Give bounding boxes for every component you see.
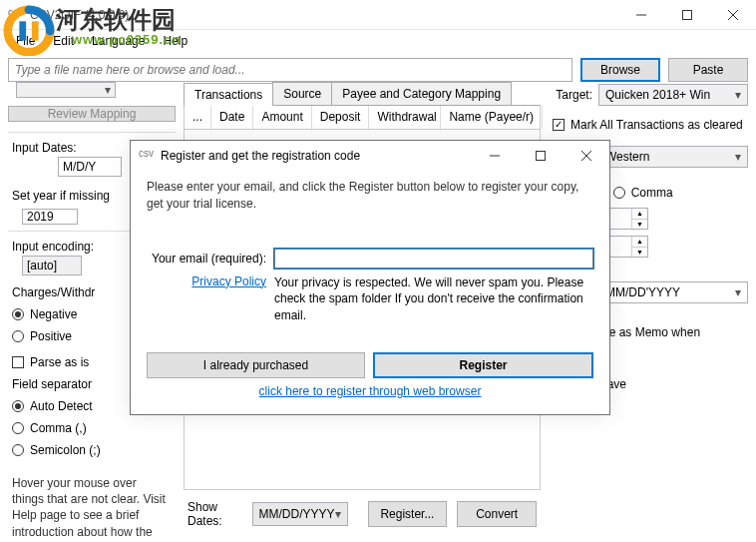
- menu-edit[interactable]: Edit: [45, 32, 82, 50]
- tab-source[interactable]: Source: [272, 82, 332, 105]
- bottom-controls: Show Dates: MM/DD/YYYY Register... Conve…: [184, 490, 541, 542]
- radio-icon: [12, 400, 24, 412]
- radio-comma-dec[interactable]: Comma: [609, 184, 677, 202]
- paste-button[interactable]: Paste: [668, 58, 748, 82]
- dialog-maximize-button[interactable]: [518, 141, 564, 171]
- mark-all-checkbox[interactable]: ✓Mark All Transactions as cleared: [549, 116, 748, 134]
- register-dialog: csv Register and get the registration co…: [130, 140, 610, 415]
- menu-help[interactable]: Help: [155, 32, 195, 50]
- tab-mapping[interactable]: Payee and Category Mapping: [331, 82, 512, 105]
- set-year-field[interactable]: 2019: [22, 209, 78, 225]
- radio-icon: [12, 422, 24, 434]
- dialog-icon: csv: [139, 148, 155, 164]
- register-button[interactable]: Register...: [368, 501, 448, 527]
- privacy-link[interactable]: Privacy Policy: [191, 274, 266, 288]
- target-select[interactable]: Quicken 2018+ Win: [598, 84, 748, 106]
- radio-icon: [613, 187, 625, 199]
- col-date[interactable]: Date: [211, 106, 253, 129]
- col-menu[interactable]: ...: [185, 106, 211, 129]
- svg-rect-5: [537, 152, 546, 161]
- dates-select[interactable]: MM/DD'YYYY: [598, 281, 748, 303]
- close-button[interactable]: [710, 0, 756, 30]
- maximize-button[interactable]: [664, 0, 710, 30]
- minimize-button[interactable]: [618, 0, 664, 30]
- filename-input[interactable]: [8, 58, 572, 82]
- col-amount[interactable]: Amount: [253, 106, 311, 129]
- tab-transactions[interactable]: Transactions: [184, 83, 273, 106]
- col-withdrawal[interactable]: Withdrawal: [369, 106, 441, 129]
- input-dates-field[interactable]: M/D/Y: [58, 157, 122, 177]
- checkbox-icon: ✓: [553, 119, 565, 131]
- radio-comma[interactable]: Comma (,): [8, 419, 176, 437]
- email-label: Your email (required):: [147, 249, 266, 269]
- tab-bar: Transactions Source Payee and Category M…: [184, 82, 541, 106]
- show-dates-select[interactable]: MM/DD/YYYY: [252, 502, 348, 526]
- col-deposit[interactable]: Deposit: [312, 106, 370, 129]
- register-submit-button[interactable]: Register: [373, 352, 593, 378]
- top-combo[interactable]: [16, 82, 116, 98]
- menu-bar: File Edit Language Help: [0, 30, 756, 52]
- radio-icon: [12, 330, 24, 342]
- target-label: Target:: [549, 88, 592, 102]
- menu-file[interactable]: File: [8, 32, 43, 50]
- browse-button[interactable]: Browse: [580, 58, 660, 82]
- dialog-close-button[interactable]: [564, 141, 609, 171]
- dialog-minimize-button[interactable]: [472, 141, 518, 171]
- column-headers: ... Date Amount Deposit Withdrawal Name …: [184, 106, 541, 130]
- already-purchased-button[interactable]: I already purchased: [147, 352, 365, 378]
- window-titlebar: csv CSV2QIF (4.0.0.0): [0, 0, 756, 30]
- app-icon: csv: [8, 7, 24, 23]
- col-name[interactable]: Name (Payee/r): [441, 106, 543, 129]
- radio-semicolon[interactable]: Semicolon (;): [8, 441, 176, 459]
- menu-language[interactable]: Language: [84, 32, 153, 50]
- register-web-link[interactable]: click here to register through web brows…: [259, 384, 482, 398]
- radio-icon: [12, 444, 24, 456]
- window-title: CSV2QIF (4.0.0.0): [30, 8, 618, 22]
- show-dates-label: Show Dates:: [188, 500, 242, 528]
- dialog-titlebar: csv Register and get the registration co…: [131, 141, 609, 171]
- checkbox-icon: [12, 356, 24, 368]
- email-input[interactable]: [274, 249, 593, 269]
- convert-button[interactable]: Convert: [457, 501, 537, 527]
- radio-icon: [12, 308, 24, 320]
- dialog-title: Register and get the registration code: [161, 149, 472, 163]
- hint-text: Hover your mouse over things that are no…: [8, 463, 176, 542]
- dialog-message: Please enter your email, and click the R…: [147, 179, 593, 213]
- svg-rect-1: [683, 10, 692, 19]
- encoding-select[interactable]: Western: [598, 146, 748, 168]
- input-encoding-field[interactable]: [auto]: [22, 256, 82, 275]
- privacy-text: Your privacy is respected. We will never…: [274, 274, 593, 324]
- review-mapping-button[interactable]: Review Mapping: [8, 106, 176, 122]
